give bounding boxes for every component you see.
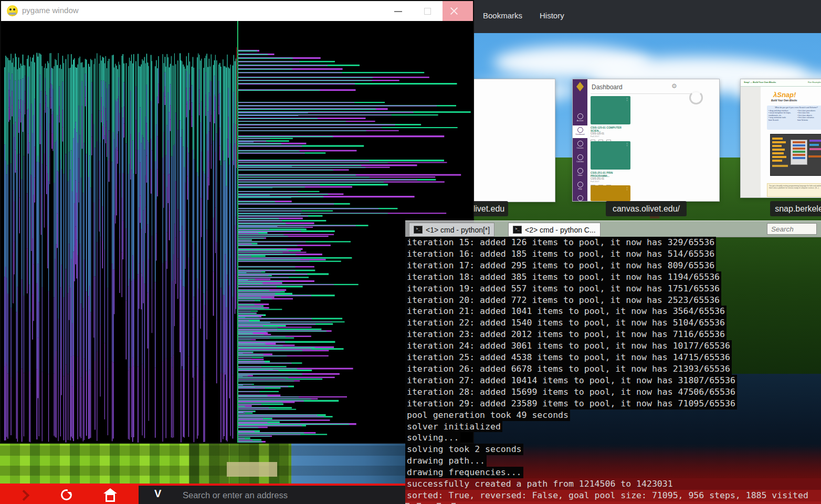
gear-icon[interactable]: ⚙	[671, 82, 677, 90]
canvas-dashboard-heading: Dashboard	[592, 83, 623, 91]
console-output: iteration 15: added 126 items to pool, i…	[405, 237, 821, 504]
nav-button-group	[0, 486, 139, 504]
console-window: >_ <1> cmd - python[*] >_ <2> cmd - pyth…	[405, 220, 821, 504]
canvas-sidebar-library[interactable]: Library	[573, 194, 587, 202]
console-line: iteration 17: added 295 items to pool, i…	[405, 260, 716, 271]
snap-logo: λSnap!	[773, 91, 796, 99]
canvas-course-card[interactable]: ⋮	[591, 185, 630, 201]
console-line-summary: sorted: True, reversed: False, goal pool…	[405, 490, 821, 501]
card-menu-icon[interactable]: ⋮	[625, 186, 629, 191]
account-icon	[577, 113, 583, 119]
console-line: iteration 21: added 1041 items to pool, …	[405, 306, 727, 317]
thumbnail-canvas[interactable]: Account Dashboard Courses Calendar Inbox…	[572, 79, 720, 202]
canvas-sidebar-dashboard[interactable]: Dashboard	[573, 125, 587, 138]
console-line: iteration 25: added 4538 items to pool, …	[405, 352, 732, 363]
thumbnail-label-canvas: canvas.olivet.edu/	[606, 201, 687, 216]
console-line: iteration 28: added 15699 items to pool,…	[405, 386, 737, 398]
cmd-icon: >_	[414, 226, 423, 234]
cmd-icon: >_	[513, 226, 522, 234]
maximize-button[interactable]	[417, 1, 438, 21]
olivet-logo-icon	[576, 82, 584, 91]
dashboard-icon	[577, 127, 583, 133]
menu-history[interactable]: History	[540, 11, 564, 20]
canvas-sidebar-courses[interactable]: Courses	[573, 139, 587, 152]
pygame-window: pygame window	[0, 0, 474, 444]
library-icon	[577, 195, 583, 201]
canvas-course-card[interactable]: ⋮ CSIS-251-01 PRIN PROGRAMMI... CSIS-251…	[591, 141, 630, 192]
canvas-sidebar-help[interactable]: Help	[573, 180, 587, 193]
console-line: pool generation took 49 seconds	[405, 410, 570, 421]
console-line: iteration 26: added 6678 items to pool, …	[405, 363, 732, 375]
console-line-success: successfully created a path from 1214506…	[405, 478, 821, 490]
console-tab-1[interactable]: >_ <1> cmd - python[*]	[409, 223, 494, 237]
console-line: iteration 23: added 2012 items to pool, …	[405, 329, 727, 340]
console-line: iteration 20: added 772 items to pool, i…	[405, 295, 721, 306]
loading-spinner	[689, 91, 703, 104]
snap-left-column	[741, 87, 761, 198]
pygame-icon	[7, 5, 18, 16]
calendar-icon	[577, 154, 583, 160]
console-line: solving...	[405, 432, 460, 444]
canvas-sidebar-account[interactable]: Account	[573, 112, 587, 124]
frequency-path-visualization	[1, 21, 473, 443]
thumbnail-snap[interactable]: Snap! — Build Your Own Blocks Run Exampl…	[740, 79, 821, 198]
courses-icon	[577, 141, 583, 146]
menu-bookmarks[interactable]: Bookmarks	[483, 11, 522, 20]
console-line: drawing frequencies...	[405, 467, 523, 478]
reload-icon[interactable]	[61, 489, 72, 500]
canvas-sidebar-inbox[interactable]: Inbox	[573, 166, 587, 179]
inbox-icon	[577, 168, 583, 174]
snap-intro-box: What do you get if you cross Scratch and…	[767, 106, 821, 130]
console-tab-2[interactable]: >_ <2> cmd - python C...	[508, 223, 601, 237]
console-search-input[interactable]	[767, 223, 817, 235]
console-line: iteration 18: added 385 items to pool, i…	[405, 271, 721, 283]
minimize-button[interactable]	[388, 1, 409, 21]
card-menu-icon[interactable]: ⋮	[625, 97, 629, 101]
console-line: iteration 19: added 557 items to pool, i…	[405, 283, 721, 295]
console-line: iteration 27: added 10414 items to pool,…	[405, 375, 737, 386]
console-partial-line	[405, 501, 821, 504]
snap-header-bar: Snap! — Build Your Own Blocks Run Exampl…	[741, 79, 821, 87]
console-line: iteration 24: added 3061 items to pool, …	[405, 340, 732, 352]
snap-ide-screenshot	[770, 134, 821, 176]
pygame-visualization	[1, 21, 473, 443]
thumbnail-label-snap: snap.berkele	[770, 201, 821, 216]
desktop-screen: Bookmarks History olivet.edu Account Das…	[0, 0, 821, 504]
pygame-title-bar[interactable]: pygame window	[1, 1, 473, 21]
snap-tagline: Build Your Own Blocks	[771, 99, 797, 102]
divider	[591, 93, 690, 94]
console-line: iteration 29: added 23589 items to pool,…	[405, 398, 737, 410]
canvas-sidebar-calendar[interactable]: Calendar	[573, 153, 587, 165]
snap-footer-box: You get a broadly inviting programming l…	[767, 183, 821, 197]
console-line: solver initialized	[405, 421, 502, 433]
console-line: iteration 15: added 126 items to pool, i…	[405, 237, 716, 248]
card-menu-icon[interactable]: ⋮	[625, 142, 629, 146]
console-line: iteration 16: added 185 items to pool, i…	[405, 248, 716, 260]
close-button[interactable]	[443, 1, 473, 21]
console-line: iteration 22: added 1540 items to pool, …	[405, 317, 727, 329]
canvas-course-card[interactable]: ⋮ CSIS-125-01 COMPUTER SCIEN... CSIS-125…	[591, 96, 630, 147]
vivaldi-logo-icon: V	[154, 488, 161, 500]
help-icon	[577, 182, 583, 187]
console-line: solving took 2 seconds	[405, 444, 523, 455]
forward-icon[interactable]	[18, 490, 29, 501]
minecraft-sand	[227, 462, 277, 477]
snap-dialog	[791, 140, 807, 165]
console-line: drawing path...	[405, 455, 487, 467]
pygame-window-title: pygame window	[22, 6, 79, 15]
thumbnail-olivet[interactable]	[466, 79, 555, 202]
home-icon[interactable]	[103, 488, 117, 494]
console-tab-bar: >_ <1> cmd - python[*] >_ <2> cmd - pyth…	[405, 220, 821, 237]
